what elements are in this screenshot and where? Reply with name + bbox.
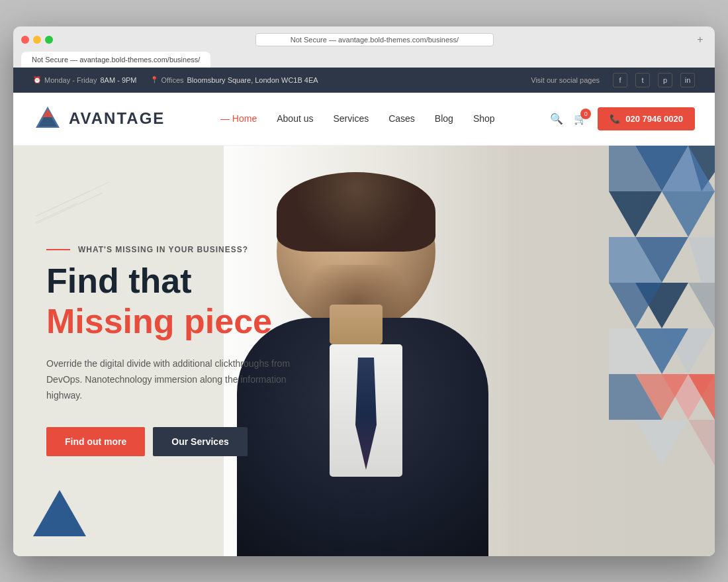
- linkedin-icon[interactable]: in: [680, 73, 695, 87]
- traffic-lights: [21, 36, 53, 44]
- svg-marker-7: [609, 191, 662, 237]
- top-bar-left: ⏰ Monday - Friday 8AM - 9PM 📍 Offices Bl…: [33, 76, 318, 84]
- schedule-value: 8AM - 9PM: [100, 76, 136, 84]
- browser-titlebar: Not Secure — avantage.bold-themes.com/bu…: [21, 33, 707, 46]
- traffic-light-red[interactable]: [21, 36, 29, 44]
- navbar: AVANTAGE Home About us Services Cases Bl…: [13, 93, 715, 146]
- phone-button[interactable]: 📞 020 7946 0020: [598, 107, 695, 130]
- our-services-button[interactable]: Our Services: [153, 427, 247, 456]
- traffic-light-yellow[interactable]: [33, 36, 41, 44]
- logo[interactable]: AVANTAGE: [33, 104, 165, 133]
- nav-item-blog[interactable]: Blog: [435, 113, 453, 124]
- website-content: ⏰ Monday - Friday 8AM - 9PM 📍 Offices Bl…: [13, 68, 715, 556]
- pinterest-icon[interactable]: p: [658, 73, 672, 87]
- browser-tabs: Not Secure — avantage.bold-themes.com/bu…: [21, 52, 707, 68]
- nav-item-home[interactable]: Home: [220, 113, 257, 124]
- hero-description: Override the digital divide with additio…: [46, 356, 324, 403]
- logo-svg: [33, 104, 62, 133]
- address-input[interactable]: Not Secure — avantage.bold-themes.com/bu…: [255, 33, 494, 46]
- phone-number: 020 7946 0020: [625, 114, 683, 124]
- active-tab[interactable]: Not Secure — avantage.bold-themes.com/bu…: [21, 52, 210, 68]
- nav-item-shop[interactable]: Shop: [473, 113, 495, 124]
- nav-item-about[interactable]: About us: [277, 113, 313, 124]
- office-label: Offices: [161, 76, 184, 84]
- office-value: Bloomsbury Square, London WC1B 4EA: [187, 76, 318, 84]
- eyebrow-line: [46, 249, 70, 250]
- geo-pattern-svg: [503, 146, 715, 477]
- svg-marker-8: [662, 191, 715, 237]
- hero-title-line2: Missing piece: [46, 303, 331, 340]
- nav-right: 🔍 🛒 0 📞 020 7946 0020: [550, 107, 695, 130]
- cart-badge: 0: [580, 109, 591, 119]
- social-text: Visit our social pages: [531, 76, 600, 84]
- clock-icon: ⏰: [33, 76, 41, 84]
- twitter-icon[interactable]: t: [635, 73, 650, 87]
- cart-button[interactable]: 🛒 0: [574, 113, 587, 125]
- eyebrow-text: WHAT'S MISSING IN YOUR BUSINESS?: [78, 245, 248, 254]
- top-bar-right: Visit our social pages f t p in: [531, 73, 695, 87]
- office-item: 📍 Offices Bloomsbury Square, London WC1B…: [150, 76, 318, 84]
- hero-buttons: Find out more Our Services: [46, 427, 331, 456]
- new-tab-button[interactable]: +: [694, 33, 707, 46]
- find-out-more-button[interactable]: Find out more: [46, 427, 145, 456]
- nav-item-services[interactable]: Services: [333, 113, 369, 124]
- logo-text: AVANTAGE: [69, 109, 165, 128]
- schedule-label: Monday - Friday: [44, 76, 97, 84]
- svg-marker-13: [688, 283, 715, 328]
- facebook-icon[interactable]: f: [613, 73, 627, 87]
- schedule-item: ⏰ Monday - Friday 8AM - 9PM: [33, 76, 137, 84]
- browser-window: Not Secure — avantage.bold-themes.com/bu…: [13, 26, 715, 556]
- hero-section: WHAT'S MISSING IN YOUR BUSINESS? Find th…: [13, 146, 715, 556]
- traffic-light-green[interactable]: [45, 36, 53, 44]
- hero-title-line1: Find that: [46, 262, 331, 300]
- phone-icon: 📞: [610, 114, 620, 124]
- nav-item-cases[interactable]: Cases: [388, 113, 415, 124]
- hero-eyebrow: WHAT'S MISSING IN YOUR BUSINESS?: [46, 245, 331, 254]
- svg-marker-23: [688, 420, 715, 465]
- svg-marker-22: [635, 420, 688, 465]
- top-bar: ⏰ Monday - Friday 8AM - 9PM 📍 Offices Bl…: [13, 68, 715, 93]
- search-icon[interactable]: 🔍: [550, 113, 563, 125]
- svg-marker-10: [688, 237, 715, 283]
- location-icon: 📍: [150, 76, 158, 84]
- browser-chrome: Not Secure — avantage.bold-themes.com/bu…: [13, 26, 715, 68]
- browser-address-bar: Not Secure — avantage.bold-themes.com/bu…: [61, 33, 688, 46]
- nav-menu: Home About us Services Cases Blog Shop: [220, 113, 495, 124]
- hero-content: WHAT'S MISSING IN YOUR BUSINESS? Find th…: [13, 146, 364, 556]
